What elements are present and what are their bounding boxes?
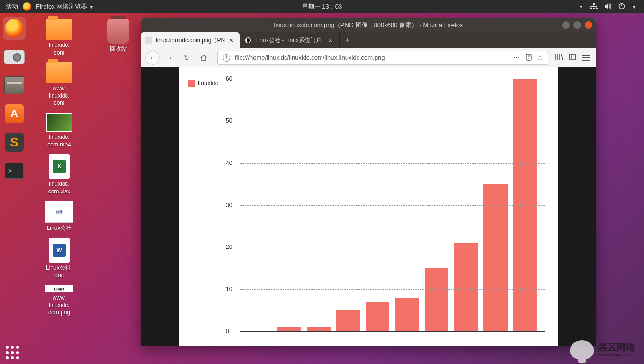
y-tick-label: 50 [226,118,232,124]
svg-rect-1 [590,8,592,9]
window-title: linux.linuxidc.com.png（PNG 图像，800x600 像素… [274,21,463,29]
firefox-icon [23,2,31,11]
icon-label: www.linuxidc.com.png [48,294,70,317]
y-tick-label: 40 [226,160,232,166]
xlsx-icon: X [49,154,70,179]
trash-icon [107,19,129,44]
grid-line [240,247,545,247]
desktop-icon[interactable]: WLinux公社.doc [33,238,85,279]
back-button[interactable]: ← [145,51,160,65]
desktop-icons-col2: 回收站 [92,19,144,53]
clock[interactable]: 星期一 13：03 [302,2,342,11]
dock-software[interactable]: A [3,102,26,125]
png-icon: 公社 [45,201,73,223]
desktop-icon[interactable]: Xlinuxidc.com.xlsx [33,154,85,195]
bar [395,298,419,331]
y-tick-label: 30 [226,202,232,209]
volume-icon[interactable] [604,3,612,11]
bar [336,310,360,331]
y-tick-label: 10 [226,286,232,292]
icon-label: Linux公社.doc [46,264,72,279]
icon-label: www.linuxidc.com [49,85,69,107]
dock: A S >_ [0,13,28,364]
url-bar[interactable]: i file:///home/linuxidc/linuxidc.com/lin… [217,51,548,65]
browser-tab[interactable]: linux.linuxidc.com.png（PN× [141,32,240,48]
desktop-icon[interactable]: 回收站 [92,19,144,53]
window-titlebar[interactable]: linux.linuxidc.com.png（PNG 图像，800x600 像素… [141,18,596,32]
library-icon[interactable] [555,53,563,63]
icon-label: linuxidc.com.mp4 [47,134,71,148]
active-app-label[interactable]: Firefox 网络浏览器 ▼ [36,2,94,11]
desktop-icon[interactable]: Linuxwww.linuxidc.com.png [33,285,85,317]
minimize-button[interactable] [562,21,570,29]
mushroom-icon [570,340,594,359]
close-button[interactable] [585,21,592,29]
page-actions-icon[interactable]: ⋯ [513,54,520,61]
doc-icon: W [49,238,70,263]
watermark-text: 黑区网络 [598,342,635,352]
tab-close-icon[interactable]: × [227,36,235,44]
network-icon[interactable] [590,3,598,11]
plot-area: 0102030405060 [240,79,545,332]
input-source-indicator[interactable]: ▼ [579,4,583,9]
bar [454,243,478,331]
menu-button[interactable] [582,55,590,61]
tab-close-icon[interactable]: × [327,36,334,44]
forward-button[interactable]: → [162,51,177,65]
sidebar-icon[interactable] [569,53,576,63]
files-icon [4,76,24,94]
new-tab-button[interactable]: + [340,32,356,48]
dock-camera[interactable] [3,46,26,68]
activities-button[interactable]: 活动 [6,2,18,11]
watermark-url: www.heiqu.com [598,352,635,357]
reader-mode-icon[interactable] [525,54,532,62]
content-area: linuxidc 0102030405060 [141,67,596,346]
watermark: 黑区网络 www.heiqu.com [570,340,635,359]
firefox-icon [5,19,24,38]
dock-sublime[interactable]: S [3,131,26,154]
svg-rect-0 [593,3,595,5]
svg-rect-9 [621,3,622,6]
maximize-button[interactable] [573,21,581,29]
chart-legend: linuxidc [188,80,218,87]
chevron-down-icon[interactable]: ▼ [632,4,636,9]
y-tick-label: 20 [226,244,232,250]
svg-rect-5 [591,6,597,7]
reload-button[interactable]: ↻ [179,51,194,65]
dock-firefox[interactable] [3,17,26,40]
bar [483,184,507,331]
home-button[interactable] [197,51,211,65]
grid-line [240,289,545,290]
dock-files[interactable] [3,74,26,97]
y-tick-label: 60 [226,75,232,82]
icon-label: 回收站 [110,46,127,53]
show-applications-button[interactable] [6,346,19,359]
favicon [245,37,251,44]
grid-line [240,163,545,164]
desktop-icon[interactable]: linuxidc.com [33,19,85,56]
software-center-icon: A [5,104,24,123]
camera-icon [4,50,25,64]
browser-tab[interactable]: Linux公社 - Linux系统门户× [240,32,340,48]
terminal-icon: >_ [5,163,24,179]
dock-terminal[interactable]: >_ [3,159,26,182]
desktop-icon[interactable]: www.linuxidc.com [33,62,85,107]
tab-strip: linux.linuxidc.com.png（PN×Linux公社 - Linu… [141,32,596,48]
bookmark-star-icon[interactable]: ☆ [537,54,543,62]
bar [277,327,301,331]
site-info-icon[interactable]: i [223,54,230,62]
y-tick-label: 0 [226,328,229,335]
icon-label: Linux公社 [47,225,72,232]
icon-label: linuxidc.com [49,42,69,56]
tab-label: linux.linuxidc.com.png（PN [156,36,225,45]
desktop-icon[interactable]: linuxidc.com.mp4 [33,113,85,148]
chevron-down-icon: ▼ [88,5,93,9]
bar [366,302,389,331]
desktop-icon[interactable]: 公社Linux公社 [33,201,85,232]
folder-icon [46,62,72,83]
favicon [145,37,152,44]
svg-line-18 [561,54,563,60]
sublime-icon: S [5,133,24,152]
power-icon[interactable] [618,3,625,11]
png2-icon: Linux [45,285,73,292]
